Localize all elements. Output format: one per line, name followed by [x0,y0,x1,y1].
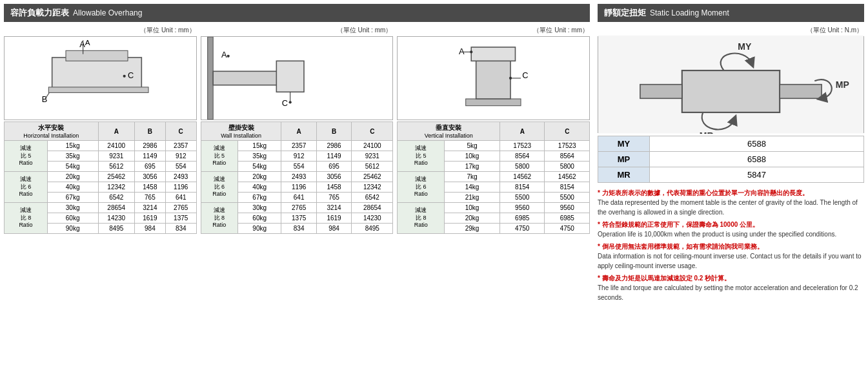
w-col-b: B [316,122,351,141]
v-col-c: C [545,122,590,141]
horizontal-block: （單位 Unit : mm） A C A [4,26,197,234]
svg-text:MY: MY [738,41,752,52]
svg-text:MP: MP [836,79,849,90]
left-header-en: Allowable Overhang [73,8,142,17]
moment-diagram: MY MP MR [598,36,864,133]
svg-rect-32 [640,85,682,99]
h-col-a: A [98,122,134,141]
w-unit: （單位 Unit : mm） [201,26,394,35]
right-header: 靜額定扭矩 Static Loading Moment [598,4,864,22]
svg-text:C: C [282,98,288,108]
h-table: 水平安裝 Horizontal Installation A B C 減速比 5… [4,121,197,234]
svg-rect-2 [66,50,128,61]
svg-text:A: A [221,50,227,59]
svg-text:A: A [85,38,90,47]
right-section: 靜額定扭矩 Static Loading Moment （單位 Unit : N… [594,0,868,308]
svg-text:A: A [459,47,465,56]
svg-rect-10 [48,87,148,93]
h-col-c: C [165,122,196,141]
svg-rect-21 [476,58,510,99]
svg-text:C: C [522,70,528,80]
vertical-block: （單位 Unit : mm） A [397,26,590,234]
w-col-a: A [281,122,316,141]
svg-rect-30 [682,70,780,112]
svg-point-4 [123,75,126,78]
svg-rect-22 [472,47,516,61]
left-section: 容許負載力距表 Allowable Overhang （單位 Unit : mm… [0,0,594,308]
wall-block: （單位 Unit : mm） A B [201,26,394,234]
right-header-en: Static Loading Moment [650,8,729,17]
svg-text:MR: MR [700,131,714,133]
svg-rect-31 [780,85,822,99]
v-col-a: A [500,122,545,141]
h-diagram: A C A B [4,36,197,120]
w-table: 壁掛安裝 Wall Installation A B C 減速比 5Ratio1… [201,121,394,234]
r-unit: （單位 Unit : N.m） [598,26,864,35]
svg-point-12 [227,55,229,58]
w-col-c: C [352,122,393,141]
moment-table: MY6588MP6588MR5847 [598,136,864,183]
svg-text:B: B [42,94,48,104]
svg-rect-16 [276,61,304,92]
v-install-label: 垂直安裝 Vertical Installation [398,122,500,141]
v-unit: （單位 Unit : mm） [397,26,590,35]
v-table: 垂直安裝 Vertical Installation A C 減速比 5Rati… [397,121,590,234]
h-unit: （單位 Unit : mm） [4,26,197,35]
svg-rect-20 [466,99,521,106]
left-header: 容許負載力距表 Allowable Overhang [4,4,590,22]
right-header-zh: 靜額定扭矩 [604,7,646,19]
left-header-zh: 容許負載力距表 [10,7,69,19]
w-diagram: A B C [201,36,394,120]
v-diagram: A C [397,36,590,120]
h-install-label: 水平安裝 Horizontal Installation [5,122,99,141]
notes-section: * 力矩表所表示的數據，代表荷重的重心位置於單一方向容許懸出的長度。The da… [598,188,864,302]
svg-rect-13 [207,37,213,120]
svg-text:C: C [128,70,134,80]
h-col-b: B [134,122,165,141]
w-install-label: 壁掛安裝 Wall Installation [201,122,281,141]
